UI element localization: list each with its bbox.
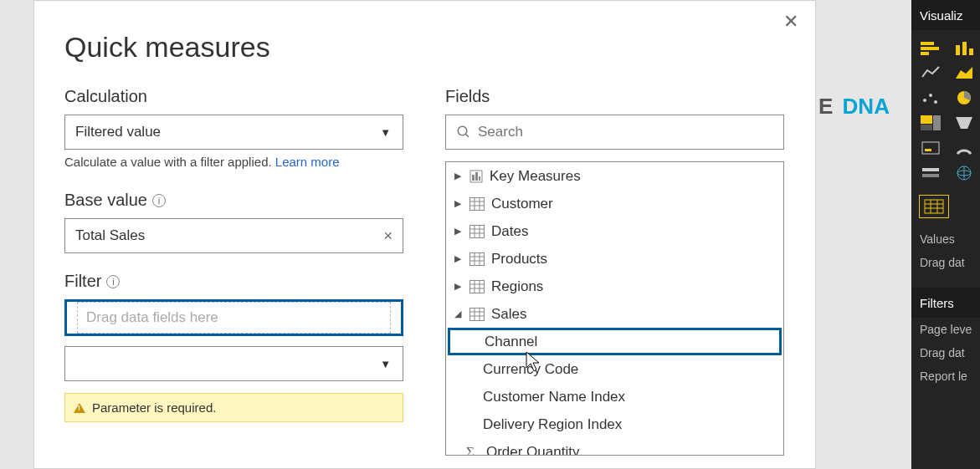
- filter-value-select[interactable]: ▼: [64, 346, 403, 381]
- svg-point-38: [923, 99, 926, 102]
- tree-column-currency-code[interactable]: Currency Code: [446, 355, 783, 383]
- svg-rect-48: [922, 168, 939, 171]
- svg-rect-26: [470, 308, 485, 320]
- base-value-label: Base value i: [64, 191, 403, 210]
- svg-rect-46: [922, 142, 939, 154]
- svg-rect-36: [969, 48, 973, 55]
- info-icon[interactable]: i: [152, 194, 166, 207]
- close-icon[interactable]: ✕: [783, 11, 798, 33]
- svg-marker-37: [956, 67, 972, 79]
- fields-column: Fields ▶Key Measures▶Customer▶Dates▶Prod…: [445, 87, 784, 456]
- tree-table-customer[interactable]: ▶Customer: [446, 190, 783, 217]
- svg-rect-4: [475, 172, 478, 181]
- expander-closed-icon[interactable]: ▶: [454, 171, 463, 181]
- viz-card-icon[interactable]: [916, 137, 945, 159]
- table-icon: [469, 280, 485, 293]
- calculation-select[interactable]: Filtered value ▼: [64, 115, 403, 150]
- calculation-helper-text: Calculate a value with a filter applied.: [64, 155, 272, 169]
- expander-closed-icon[interactable]: ▶: [454, 253, 463, 264]
- viz-treemap-icon[interactable]: [916, 112, 945, 134]
- svg-rect-3: [472, 175, 475, 181]
- warning-text: Parameter is required.: [92, 400, 216, 415]
- viz-scatter-icon[interactable]: [916, 87, 945, 109]
- viz-gauge-icon[interactable]: [950, 137, 978, 159]
- tree-node-label: Delivery Region Index: [483, 416, 622, 433]
- fields-search[interactable]: [445, 115, 784, 150]
- visualizations-grid: [911, 30, 980, 191]
- tree-node-label: Dates: [491, 223, 528, 240]
- svg-rect-53: [925, 200, 943, 213]
- tree-column-customer-name-index[interactable]: Customer Name Index: [446, 383, 783, 410]
- filters-header[interactable]: Filters: [911, 288, 980, 318]
- viz-stacked-bar-icon[interactable]: [916, 37, 945, 59]
- svg-rect-44: [921, 125, 932, 130]
- tree-node-label: Currency Code: [483, 361, 578, 378]
- svg-rect-31: [921, 42, 934, 45]
- svg-point-40: [934, 100, 937, 104]
- calculation-column: Calculation Filtered value ▼ Calculate a…: [64, 87, 403, 456]
- viz-pie-icon[interactable]: [950, 87, 978, 109]
- search-input[interactable]: [478, 124, 773, 140]
- svg-rect-49: [922, 174, 939, 177]
- fields-label: Fields: [445, 87, 784, 106]
- svg-marker-45: [956, 117, 972, 129]
- chevron-down-icon: ▼: [380, 358, 391, 370]
- base-value-field[interactable]: Total Sales ×: [64, 218, 403, 253]
- svg-rect-43: [933, 115, 941, 130]
- tree-table-regions[interactable]: ▶Regions: [446, 273, 783, 300]
- learn-more-link[interactable]: Learn more: [275, 155, 340, 169]
- viz-stacked-column-icon[interactable]: [950, 37, 978, 59]
- measure-group-icon: [469, 170, 483, 183]
- sigma-icon: Σ: [466, 444, 475, 456]
- svg-rect-32: [921, 47, 939, 50]
- viz-slicer-icon[interactable]: [916, 162, 945, 184]
- right-panels: Visualiz Values Drag dat Filters Page le…: [911, 0, 980, 469]
- filter-drop-target[interactable]: Drag data fields here: [64, 299, 403, 336]
- svg-rect-35: [962, 42, 967, 55]
- info-icon[interactable]: i: [106, 275, 120, 288]
- expander-closed-icon[interactable]: ▶: [454, 198, 463, 209]
- svg-line-1: [465, 134, 469, 137]
- tree-node-label: Products: [491, 251, 547, 268]
- visualizations-header[interactable]: Visualiz: [911, 0, 980, 30]
- fields-tree: ▶Key Measures▶Customer▶Dates▶Products▶Re…: [445, 161, 784, 456]
- tree-table-dates[interactable]: ▶Dates: [446, 217, 783, 245]
- page-level-drop-hint[interactable]: Drag dat: [911, 341, 980, 364]
- svg-rect-42: [921, 115, 932, 124]
- svg-rect-21: [470, 280, 485, 293]
- tree-table-products[interactable]: ▶Products: [446, 245, 783, 273]
- table-icon: [469, 197, 485, 211]
- svg-point-39: [929, 94, 932, 97]
- svg-rect-6: [470, 197, 485, 210]
- svg-rect-34: [956, 45, 960, 55]
- viz-area-icon[interactable]: [950, 62, 978, 84]
- viz-funnel-icon[interactable]: [950, 112, 978, 134]
- svg-rect-16: [470, 252, 485, 265]
- search-icon: [456, 125, 471, 140]
- tree-node-label: Channel: [485, 334, 537, 350]
- report-level-label: Report le: [911, 364, 980, 388]
- expander-closed-icon[interactable]: ▶: [454, 281, 463, 292]
- tree-table-sales[interactable]: ◢Sales: [446, 300, 783, 328]
- expander-open-icon[interactable]: ◢: [454, 308, 463, 319]
- tree-node-label: Regions: [491, 278, 543, 295]
- background-brand-text: E DNA: [818, 94, 890, 120]
- expander-closed-icon[interactable]: ▶: [454, 226, 463, 237]
- viz-line-icon[interactable]: [916, 62, 945, 84]
- tree-column-channel[interactable]: Channel: [448, 328, 782, 355]
- values-drop-hint[interactable]: Drag dat: [911, 251, 980, 274]
- viz-table-icon[interactable]: [920, 196, 948, 217]
- calculation-label: Calculation: [64, 87, 403, 106]
- warning-icon: [74, 403, 85, 413]
- tree-column-delivery-region-index[interactable]: Delivery Region Index: [446, 410, 783, 438]
- quick-measures-dialog: ✕ Quick measures Calculation Filtered va…: [33, 0, 816, 469]
- svg-rect-11: [470, 225, 485, 237]
- dialog-title: Quick measures: [64, 31, 785, 64]
- viz-globe-icon[interactable]: [950, 162, 978, 184]
- tree-node-label: Sales: [491, 306, 527, 323]
- chevron-down-icon: ▼: [380, 126, 391, 139]
- tree-column-order-quantity[interactable]: ΣOrder Quantity: [446, 438, 783, 456]
- clear-icon[interactable]: ×: [383, 227, 393, 245]
- svg-rect-47: [925, 149, 931, 151]
- tree-table-key-measures[interactable]: ▶Key Measures: [446, 162, 783, 190]
